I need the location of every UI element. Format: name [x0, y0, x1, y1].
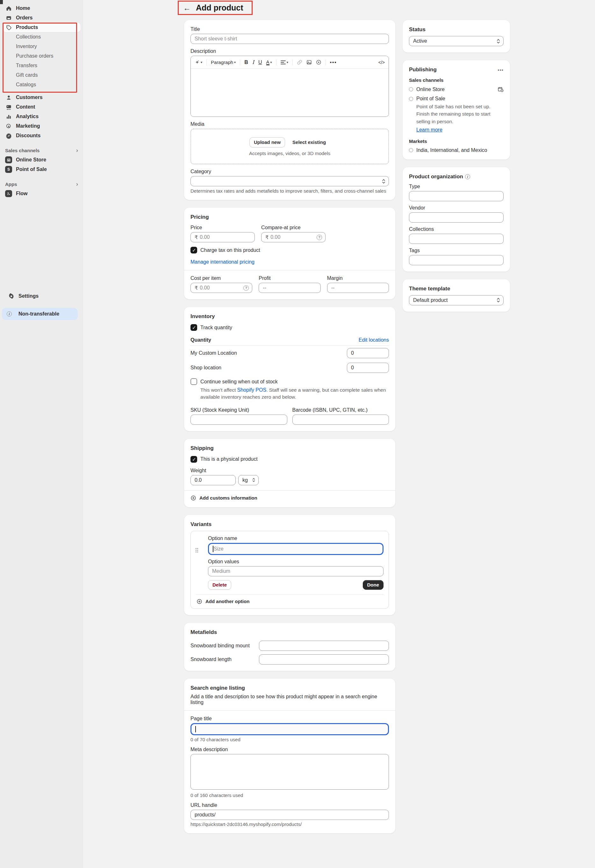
vendor-input[interactable]	[409, 213, 503, 223]
sidebar-item-home[interactable]: Home	[3, 3, 81, 13]
insert-link-button[interactable]	[297, 59, 302, 65]
option-name-input[interactable]: Size	[208, 543, 384, 555]
variants-heading: Variants	[190, 521, 389, 528]
weight-unit-select[interactable]: kg	[238, 475, 258, 485]
upload-new-button[interactable]: Upload new	[250, 137, 285, 148]
sidebar-item-gift-cards[interactable]: Gift cards	[3, 70, 81, 80]
page-title-input[interactable]	[190, 723, 389, 735]
sidebar-item-discounts[interactable]: Discounts	[3, 131, 81, 140]
charge-tax-checkbox-row[interactable]: Charge tax on this product	[190, 247, 389, 254]
option-value-input[interactable]	[208, 566, 384, 576]
sidebar-item-customers[interactable]: Customers	[3, 93, 81, 102]
sidebar-item-catalogs[interactable]: Catalogs	[3, 80, 81, 90]
delete-option-button[interactable]: Delete	[208, 580, 231, 590]
bold-button[interactable]: B	[244, 59, 248, 65]
theme-template-select[interactable]: Default product	[409, 295, 503, 306]
ai-magic-button[interactable]: ▾	[195, 60, 202, 65]
sidebar-item-point-of-sale[interactable]: S Point of Sale	[3, 165, 81, 174]
physical-product-row[interactable]: This is a physical product	[190, 456, 389, 463]
price-input[interactable]: ₹0.00	[190, 232, 255, 242]
manage-international-pricing-link[interactable]: Manage international pricing	[190, 259, 254, 264]
continue-selling-checkbox[interactable]	[190, 378, 197, 385]
back-button[interactable]: ←	[183, 3, 191, 12]
category-label: Category	[190, 169, 389, 174]
select-arrows-icon	[496, 298, 500, 303]
media-dropzone[interactable]: Upload new Select existing Accepts image…	[190, 128, 389, 164]
online-store-icon	[5, 156, 12, 163]
location-row: Shop location	[190, 360, 389, 375]
location-quantity-input[interactable]	[347, 348, 389, 358]
add-another-option-button[interactable]: Add another option	[196, 594, 384, 608]
sidebar-item-purchase-orders[interactable]: Purchase orders	[3, 51, 81, 61]
metafield-input-length[interactable]	[259, 654, 389, 664]
option-values-label: Option values	[208, 559, 384, 565]
alignment-button[interactable]: ▾	[281, 60, 288, 65]
text-color-button[interactable]: A▾	[266, 59, 272, 65]
plan-badge[interactable]: i Non-transferable	[2, 308, 78, 320]
type-label: Type	[409, 184, 503, 189]
sidebar-item-content[interactable]: Content	[3, 102, 81, 112]
publishing-more-button[interactable]: •••	[498, 68, 503, 72]
content-icon	[5, 104, 12, 110]
tags-input[interactable]	[409, 255, 503, 265]
insert-video-button[interactable]	[316, 59, 321, 65]
sidebar-item-products[interactable]: Products	[3, 23, 81, 32]
sidebar-item-analytics[interactable]: Analytics	[3, 112, 81, 121]
tag-icon	[5, 25, 12, 31]
learn-more-link[interactable]: Learn more	[416, 127, 443, 133]
metafield-input-binding-mount[interactable]	[259, 641, 389, 651]
gear-icon	[7, 293, 15, 299]
sparkle-icon	[195, 60, 200, 65]
meta-description-input[interactable]	[190, 754, 389, 790]
paragraph-style-dropdown[interactable]: Paragraph▾	[211, 59, 236, 65]
meta-description-label: Meta description	[190, 747, 389, 753]
drag-handle-icon[interactable]	[195, 548, 198, 553]
url-handle-input[interactable]	[190, 810, 389, 820]
toolbar-more-button[interactable]: •••	[330, 59, 337, 65]
sku-input[interactable]	[190, 415, 287, 425]
pos-note: Point of Sale has not been set up. Finis…	[416, 103, 503, 125]
done-button[interactable]: Done	[363, 580, 384, 590]
title-input[interactable]	[190, 34, 389, 44]
edit-locations-link[interactable]: Edit locations	[359, 337, 389, 343]
track-quantity-checkbox[interactable]	[190, 324, 197, 331]
insert-image-button[interactable]	[306, 59, 312, 65]
seo-description: Add a title and description to see how t…	[190, 694, 389, 705]
pricing-heading: Pricing	[190, 214, 389, 220]
select-existing-button[interactable]: Select existing	[288, 137, 330, 148]
sidebar-item-flow[interactable]: Flow	[3, 189, 81, 198]
collections-input[interactable]	[409, 234, 503, 244]
track-quantity-row[interactable]: Track quantity	[190, 324, 389, 331]
profit-input[interactable]: --	[258, 283, 320, 293]
margin-input[interactable]: --	[327, 283, 389, 293]
sales-channels-header[interactable]: Sales channels ›	[3, 146, 81, 155]
sidebar-item-transfers[interactable]: Transfers	[3, 61, 81, 70]
chevron-right-icon: ›	[76, 181, 78, 187]
sidebar-item-inventory[interactable]: Inventory	[3, 42, 81, 51]
show-html-button[interactable]: </>	[378, 60, 385, 65]
continue-selling-row[interactable]: Continue selling when out of stock	[190, 378, 389, 385]
location-quantity-input[interactable]	[347, 363, 389, 373]
sidebar-item-orders[interactable]: Orders	[3, 13, 81, 23]
add-customs-button[interactable]: Add customs information	[190, 491, 389, 501]
cost-per-item-input[interactable]: ₹0.00 ?	[190, 283, 252, 293]
italic-button[interactable]: I	[252, 59, 254, 65]
category-select[interactable]	[190, 176, 389, 186]
apps-header[interactable]: Apps ›	[3, 179, 81, 189]
shopify-pos-link[interactable]: Shopify POS	[237, 387, 267, 393]
description-input[interactable]	[191, 69, 388, 117]
status-select[interactable]: Active	[409, 36, 503, 46]
sidebar-item-settings[interactable]: Settings	[5, 291, 83, 301]
compare-at-price-input[interactable]: ₹0.00 ?	[261, 232, 326, 242]
type-input[interactable]	[409, 191, 503, 201]
weight-input[interactable]	[190, 475, 236, 485]
sidebar-item-online-store[interactable]: Online Store	[3, 155, 81, 165]
orders-icon	[5, 15, 12, 21]
sidebar-item-marketing[interactable]: Marketing	[3, 121, 81, 131]
underline-button[interactable]: U	[258, 59, 262, 65]
barcode-input[interactable]	[292, 415, 389, 425]
schedule-calendar-icon[interactable]	[498, 86, 503, 92]
physical-product-checkbox[interactable]	[190, 456, 197, 463]
sidebar-item-collections[interactable]: Collections	[3, 32, 81, 42]
charge-tax-checkbox[interactable]	[190, 247, 197, 254]
